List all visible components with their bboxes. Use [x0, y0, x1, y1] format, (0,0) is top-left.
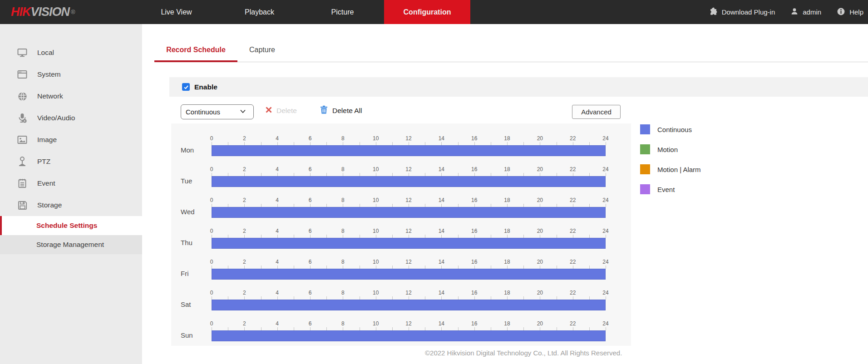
tick — [277, 235, 278, 238]
schedule-segment-continuous[interactable] — [212, 238, 606, 249]
advanced-button[interactable]: Advanced — [572, 105, 621, 119]
sidebar-item-image[interactable]: Image — [0, 129, 142, 151]
tick — [523, 296, 524, 300]
tick — [557, 173, 557, 176]
delete-all-button[interactable]: Delete All — [320, 105, 362, 116]
hour-tick-label: 0 — [205, 135, 218, 142]
delete-button[interactable]: Delete — [265, 106, 297, 115]
tick — [376, 266, 376, 269]
hour-tick-label: 6 — [304, 135, 316, 142]
tick — [261, 142, 261, 145]
tick — [589, 204, 590, 207]
tick — [507, 266, 508, 269]
tick — [228, 173, 228, 176]
tick — [294, 235, 294, 238]
top-navbar: HIKVISION® Live ViewPlaybackPictureConfi… — [0, 0, 868, 24]
sidebar-item-ptz[interactable]: PTZ — [0, 151, 142, 172]
trash-icon — [320, 105, 328, 116]
hour-tick-label: 22 — [567, 259, 579, 265]
globe-icon — [17, 91, 28, 101]
sidebar-item-event[interactable]: Event — [0, 172, 142, 194]
hour-tick-label: 2 — [238, 166, 251, 172]
download-plugin-button[interactable]: Download Plug-in — [709, 7, 775, 17]
schedule-segment-continuous[interactable] — [212, 176, 606, 187]
tab-capture[interactable]: Capture — [237, 39, 287, 62]
tick — [376, 204, 376, 207]
tick — [441, 296, 442, 300]
sidebar-item-video-audio[interactable]: Video/Audio — [0, 107, 142, 129]
check-icon — [183, 84, 189, 90]
tick — [425, 204, 425, 207]
sidebar-item-label: System — [37, 70, 61, 79]
schedule-day-row-sat: Sat024681012141618202224 — [212, 290, 606, 310]
user-menu[interactable]: admin — [790, 7, 821, 17]
nav-tab-configuration[interactable]: Configuration — [384, 0, 470, 24]
hour-tick-label: 8 — [336, 290, 349, 296]
hour-tick-label: 6 — [304, 166, 316, 172]
sidebar-item-local[interactable]: Local — [0, 42, 142, 64]
hour-tick-label: 6 — [304, 259, 316, 265]
hour-tick-label: 20 — [533, 197, 546, 203]
tick — [326, 235, 327, 238]
timeline-track[interactable] — [212, 330, 606, 341]
hour-ruler: 024681012141618202224 — [212, 135, 606, 142]
tick — [441, 204, 442, 207]
tick — [212, 204, 212, 207]
timeline-track[interactable] — [212, 300, 606, 310]
nav-tab-playback[interactable]: Playback — [218, 0, 301, 24]
hour-tick-label: 16 — [468, 228, 481, 234]
hour-ruler: 024681012141618202224 — [212, 166, 606, 173]
hour-ruler: 024681012141618202224 — [212, 290, 606, 296]
tick — [392, 235, 393, 238]
tick — [557, 235, 557, 238]
hour-ruler: 024681012141618202224 — [212, 197, 606, 204]
schedule-segment-continuous[interactable] — [212, 300, 606, 310]
hour-tick-label: 4 — [271, 290, 284, 296]
tick-marks — [212, 142, 606, 145]
sidebar-item-storage[interactable]: Storage — [0, 194, 142, 216]
sidebar-item-system[interactable]: System — [0, 64, 142, 85]
schedule-segment-continuous[interactable] — [212, 145, 606, 156]
hour-ruler: 024681012141618202224 — [212, 228, 606, 235]
sidebar-subitem-schedule-settings[interactable]: Schedule Settings — [0, 216, 142, 235]
tab-record-schedule[interactable]: Record Schedule — [154, 39, 237, 62]
timeline-track[interactable] — [212, 176, 606, 187]
legend-swatch — [640, 164, 650, 174]
tick — [261, 173, 261, 176]
timeline-track[interactable] — [212, 145, 606, 156]
tick — [441, 235, 442, 238]
tick — [606, 142, 606, 145]
schedule-segment-continuous[interactable] — [212, 330, 606, 341]
help-button[interactable]: Help — [837, 7, 863, 17]
timeline-track[interactable] — [212, 238, 606, 249]
schedule-segment-continuous[interactable] — [212, 269, 606, 280]
legend-swatch — [640, 184, 650, 194]
tick — [228, 235, 228, 238]
tick — [589, 266, 590, 269]
sidebar-item-network[interactable]: Network — [0, 85, 142, 107]
hour-tick-label: 14 — [435, 166, 448, 172]
monitor-icon — [17, 48, 28, 58]
day-label: Thu — [181, 239, 192, 246]
tick — [573, 173, 573, 176]
tick — [360, 296, 360, 300]
enable-checkbox[interactable] — [182, 83, 190, 91]
nav-tab-picture[interactable]: Picture — [301, 0, 384, 24]
hour-tick-label: 12 — [402, 197, 415, 203]
hour-tick-label: 2 — [238, 197, 251, 203]
tick — [376, 173, 376, 176]
sidebar-subitem-storage-management[interactable]: Storage Management — [0, 235, 142, 254]
day-label: Fri — [181, 270, 189, 277]
timeline-track[interactable] — [212, 207, 606, 218]
record-type-select[interactable]: Continuous — [181, 104, 254, 119]
schedule-segment-continuous[interactable] — [212, 207, 606, 218]
timeline-track[interactable] — [212, 269, 606, 280]
tick — [326, 266, 327, 269]
mic-icon — [17, 113, 28, 123]
hour-tick-label: 16 — [468, 320, 481, 327]
hour-tick-label: 4 — [271, 166, 284, 172]
tick — [523, 204, 524, 207]
legend-swatch — [640, 144, 650, 154]
hour-tick-label: 0 — [205, 320, 218, 327]
nav-tab-live-view[interactable]: Live View — [135, 0, 218, 24]
